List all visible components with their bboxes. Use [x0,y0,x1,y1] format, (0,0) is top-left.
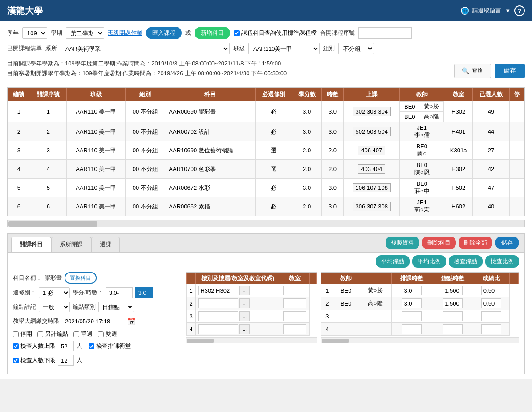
row-no: 5 [8,179,30,197]
select-type-select[interactable]: 1 必 [39,287,70,298]
tab-dept-open[interactable]: 系所開課 [51,237,91,252]
col-seq: 開課序號 [30,88,67,101]
subject-name-row: 科目名稱： 膠彩畫 置換科目 [13,272,182,284]
brow-code-input[interactable] [198,324,238,334]
single-week-checkbox[interactable] [73,331,79,337]
trow-clock-hrs [432,284,473,297]
row-group: 00 不分組 [126,122,165,141]
trow-clock-input[interactable] [443,311,463,321]
trow-schedule-input[interactable] [402,311,422,321]
brow-room-input[interactable] [283,311,306,321]
trow-schedule-input[interactable] [402,298,422,308]
std-curriculum-checkbox[interactable] [234,30,240,36]
brow-code-input[interactable] [198,298,238,308]
brow-code-input[interactable] [198,286,238,295]
brow-code-btn[interactable]: ... [239,324,250,334]
trow-name [359,310,391,323]
save-top-button[interactable]: 儲存 [495,64,525,78]
delete-subject-button[interactable]: 刪除科目 [422,237,456,249]
check-clock-button[interactable]: 檢查鐘點 [449,255,483,268]
brow-code-btn[interactable]: ... [239,298,250,308]
semester-select[interactable]: 第二學期 [66,27,104,39]
check-upper-checkbox[interactable] [13,343,19,349]
add-subject-button[interactable]: 新增科目 [195,27,230,39]
top-action-buttons: 複製資料 刪除科目 刪除全部 儲存 [386,234,519,252]
year-select[interactable]: 109 [22,27,47,39]
app-title: 漢龍大學 [7,5,43,17]
trow-schedule-input[interactable] [402,286,422,295]
trow-clock-input[interactable] [443,286,463,295]
help-button[interactable]: ? [514,5,525,16]
stop-checkbox[interactable] [13,331,19,337]
teacher-scrollbar-h[interactable] [321,337,519,343]
tab-open-subject[interactable]: 開課科目 [11,237,51,252]
other-clock-checkbox[interactable] [37,331,43,337]
brow-code-input[interactable] [198,311,238,321]
table-scrollbar[interactable] [7,220,525,227]
check-ratio-button[interactable]: 檢查比例 [485,255,519,268]
clock-note-select[interactable]: 一般 [39,302,70,312]
check-upper-checkbox-label: 檢查人數上限 [13,342,55,350]
lower-limit-input[interactable] [58,355,74,366]
trow-ratio-input[interactable] [481,286,501,295]
avg-clock-button[interactable]: 平均鐘點 [376,255,410,268]
clock-type-select[interactable]: 日鐘點 [98,302,134,312]
brow-room-input[interactable] [283,324,306,334]
calendar-icon[interactable]: 📅 [127,317,136,326]
class-open-link[interactable]: 班級開課作業 [108,29,142,37]
avg-ratio-button[interactable]: 平均比例 [412,255,446,268]
dept-select[interactable]: AAR美術學系 [61,43,230,54]
row-seq: 6 [30,197,67,216]
upper-limit-input[interactable] [58,341,74,351]
deadline-input[interactable] [62,316,124,326]
row-type: 必 [256,179,292,197]
lang-text[interactable]: 請選取語言 [472,7,501,15]
building-table-row: 3 ... [187,310,317,323]
brow-code-btn[interactable]: ... [239,311,250,321]
delete-all-button[interactable]: 刪除全部 [459,237,492,249]
tab-choose-course[interactable]: 選課 [91,237,120,252]
brow-code-btn[interactable]: ... [239,286,250,295]
building-table-row: 2 ... [187,297,317,310]
joint-course-input[interactable] [358,27,412,39]
trow-name: 高○隆 [359,297,391,310]
hours-input[interactable] [135,287,153,298]
brow-code: ... [196,323,280,336]
col-schedule: 上課 [344,88,400,101]
building-scrollbar-h[interactable] [186,337,317,343]
trow-clock-input[interactable] [443,298,463,308]
import-course-button[interactable]: 匯入課程 [146,27,182,39]
trow-ratio-input[interactable] [481,298,501,308]
trow-ratio-input[interactable] [481,324,501,334]
check-lower-checkbox[interactable] [13,358,19,363]
row-enrolled: 47 [473,179,510,197]
row-no: 3 [8,141,30,160]
trow-no: 1 [321,284,333,297]
trow-name [359,323,391,336]
brow-room-input[interactable] [283,286,306,295]
credit-input[interactable] [106,287,133,298]
trow-ratio-input[interactable] [481,311,501,321]
dropdown-arrow[interactable]: ▼ [505,8,511,14]
table-row[interactable]: 3 3 AAR110 美一甲 00 不分組 AAR10690 數位藝術概論 選 … [8,141,524,160]
save-bottom-button[interactable]: 儲存 [495,237,519,249]
trow-schedule-hrs [391,310,432,323]
copy-data-button[interactable]: 複製資料 [386,237,419,249]
course-table: 編號 開課序號 班級 組別 科目 必選修別 學分數 時數 上課 教師 教室 已選… [8,88,524,216]
row-group: 00 不分組 [126,179,165,197]
table-row[interactable]: 2 2 AAR110 美一甲 00 不分組 AAR00702 設計 必 3.0 … [8,122,524,141]
query-button[interactable]: 🔍 查詢 [454,64,491,78]
double-week-checkbox[interactable] [98,331,104,337]
trow-clock-input[interactable] [443,324,463,334]
group-select[interactable]: 不分組 [338,43,374,54]
trow-schedule-input[interactable] [402,324,422,334]
table-row[interactable]: 1 1 AAR110 美一甲 00 不分組 AAR00690 膠彩畫 必 3.0… [8,101,524,122]
check-timetable-checkbox[interactable] [89,343,94,349]
class-select[interactable]: AAR110美一甲 [248,43,320,54]
table-row[interactable]: 4 4 AAR110 美一甲 00 不分組 AAR10700 色彩學 選 2.0… [8,160,524,179]
switch-subject-button[interactable]: 置換科目 [65,272,97,284]
table-row[interactable]: 6 6 AAR110 美一甲 00 不分組 AAR00662 素描 必 2.0 … [8,197,524,216]
table-row[interactable]: 5 5 AAR110 美一甲 00 不分組 AAR00672 水彩 必 3.0 … [8,179,524,197]
brow-room-input[interactable] [283,298,306,308]
trow-dept: BE0 [333,284,359,297]
